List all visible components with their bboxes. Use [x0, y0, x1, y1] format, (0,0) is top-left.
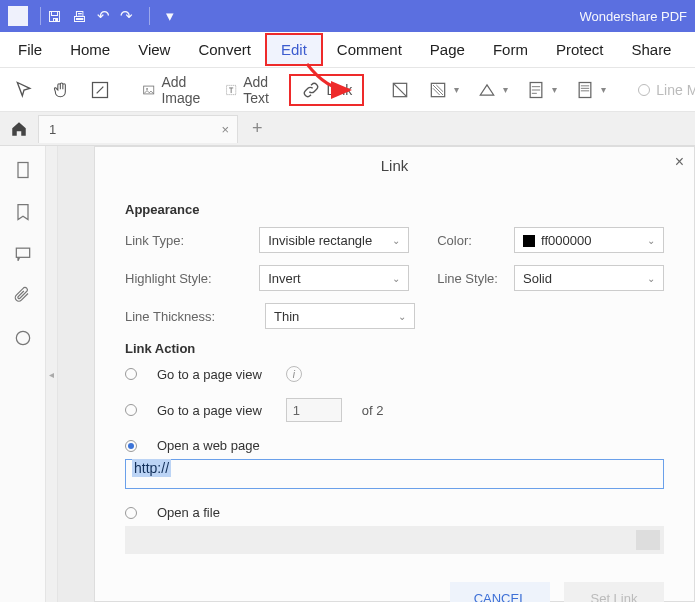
edit-tool[interactable]: [84, 76, 116, 104]
file-path-input[interactable]: [125, 526, 664, 554]
chevron-down-icon: ⌄: [647, 235, 655, 246]
link-type-value: Invisible rectangle: [268, 233, 372, 248]
svg-rect-10: [579, 82, 591, 97]
add-text-button[interactable]: Add Text: [219, 70, 283, 110]
goto-view-label: Go to a page view: [157, 367, 262, 382]
add-text-label: Add Text: [243, 74, 276, 106]
dialog-close-button[interactable]: ×: [675, 153, 684, 171]
menu-edit[interactable]: Edit: [265, 33, 323, 66]
quick-access-toolbar: 🖫 🖶 ↶ ↷ ▾: [47, 7, 174, 25]
document-canvas: Link × Appearance Link Type: Invisible r…: [58, 146, 695, 602]
open-web-label: Open a web page: [157, 438, 260, 453]
header-footer-tool[interactable]: ▾: [520, 76, 563, 104]
line-style-select[interactable]: Solid⌄: [514, 265, 664, 291]
radio-goto-view[interactable]: [125, 368, 137, 380]
color-value: ff000000: [541, 233, 591, 248]
page-number-input[interactable]: [286, 398, 342, 422]
menu-form[interactable]: Form: [479, 35, 542, 64]
chevron-down-icon: ⌄: [647, 273, 655, 284]
line-style-label: Line Style:: [437, 271, 504, 286]
link-type-select[interactable]: Invisible rectangle⌄: [259, 227, 409, 253]
menu-bar: File Home View Convert Edit Comment Page…: [0, 32, 695, 68]
set-link-button[interactable]: Set Link: [564, 582, 664, 602]
chat-icon[interactable]: [13, 328, 33, 348]
left-rail: [0, 146, 46, 602]
menu-convert[interactable]: Convert: [184, 35, 265, 64]
svg-rect-15: [16, 248, 29, 257]
background-tool[interactable]: ▾: [471, 76, 514, 104]
menu-home[interactable]: Home: [56, 35, 124, 64]
chevron-down-icon: ⌄: [392, 273, 400, 284]
app-logo-icon: [8, 6, 28, 26]
rail-collapse-handle[interactable]: ◂: [46, 146, 58, 602]
document-tab[interactable]: 1 ×: [38, 115, 238, 143]
menu-protect[interactable]: Protect: [542, 35, 618, 64]
menu-file[interactable]: File: [4, 35, 56, 64]
more-icon[interactable]: ▾: [166, 7, 174, 25]
save-icon[interactable]: 🖫: [47, 8, 62, 25]
add-image-label: Add Image: [161, 74, 206, 106]
select-tool[interactable]: [8, 76, 40, 104]
menu-comment[interactable]: Comment: [323, 35, 416, 64]
dialog-title-text: Link: [381, 157, 409, 174]
print-icon[interactable]: 🖶: [72, 8, 87, 25]
comments-icon[interactable]: [13, 244, 33, 264]
undo-icon[interactable]: ↶: [97, 7, 110, 25]
bookmark-icon[interactable]: [13, 202, 33, 222]
cancel-button[interactable]: CANCEL: [450, 582, 550, 602]
highlight-style-label: Highlight Style:: [125, 271, 249, 286]
radio-open-web[interactable]: [125, 440, 137, 452]
svg-rect-14: [18, 163, 28, 178]
link-button[interactable]: Link: [289, 74, 365, 106]
hand-tool[interactable]: [46, 76, 78, 104]
chevron-down-icon: ⌄: [392, 235, 400, 246]
highlight-style-select[interactable]: Invert⌄: [259, 265, 409, 291]
tab-label: 1: [49, 122, 56, 137]
radio-goto-page[interactable]: [125, 404, 137, 416]
dialog-title: Link ×: [95, 147, 694, 184]
browse-file-button[interactable]: [636, 530, 660, 550]
app-title: Wondershare PDF: [580, 9, 687, 24]
edit-toolbar: Add Image Add Text Link ▾ ▾ ▾ ▾ Line M: [0, 68, 695, 112]
text-icon: [225, 80, 237, 100]
menu-share[interactable]: Share: [617, 35, 685, 64]
of-pages-text: of 2: [362, 403, 384, 418]
home-icon[interactable]: [8, 118, 30, 140]
link-action-heading: Link Action: [125, 341, 664, 356]
watermark-tool[interactable]: ▾: [422, 76, 465, 104]
add-image-button[interactable]: Add Image: [136, 70, 213, 110]
bates-tool[interactable]: ▾: [569, 76, 612, 104]
menu-page[interactable]: Page: [416, 35, 479, 64]
line-mode-radio[interactable]: Line M: [632, 78, 695, 102]
line-thickness-label: Line Thickness:: [125, 309, 255, 324]
new-tab-button[interactable]: +: [246, 118, 269, 139]
info-icon[interactable]: i: [286, 366, 302, 382]
line-style-value: Solid: [523, 271, 552, 286]
chevron-down-icon: ⌄: [398, 311, 406, 322]
close-icon[interactable]: ×: [221, 122, 229, 137]
link-dialog: Link × Appearance Link Type: Invisible r…: [94, 146, 695, 602]
appearance-heading: Appearance: [125, 202, 664, 217]
open-file-label: Open a file: [157, 505, 220, 520]
menu-view[interactable]: View: [124, 35, 184, 64]
svg-point-2: [146, 88, 148, 90]
content-area: ◂ Link × Appearance Link Type: Invisible…: [0, 146, 695, 602]
color-select[interactable]: ff000000⌄: [514, 227, 664, 253]
crop-tool[interactable]: [384, 76, 416, 104]
goto-page-label: Go to a page view: [157, 403, 262, 418]
link-type-label: Link Type:: [125, 233, 249, 248]
svg-point-16: [16, 331, 29, 344]
line-thickness-select[interactable]: Thin⌄: [265, 303, 415, 329]
document-tabstrip: 1 × +: [0, 112, 695, 146]
redo-icon[interactable]: ↷: [120, 7, 133, 25]
url-value: http://: [132, 459, 171, 477]
attachments-icon[interactable]: [13, 286, 33, 306]
link-icon: [301, 80, 321, 100]
image-icon: [142, 80, 155, 100]
url-input[interactable]: http://: [125, 459, 664, 489]
radio-open-file[interactable]: [125, 507, 137, 519]
color-label: Color:: [437, 233, 504, 248]
title-bar: 🖫 🖶 ↶ ↷ ▾ Wondershare PDF: [0, 0, 695, 32]
line-mode-label: Line M: [656, 82, 695, 98]
pages-icon[interactable]: [13, 160, 33, 180]
